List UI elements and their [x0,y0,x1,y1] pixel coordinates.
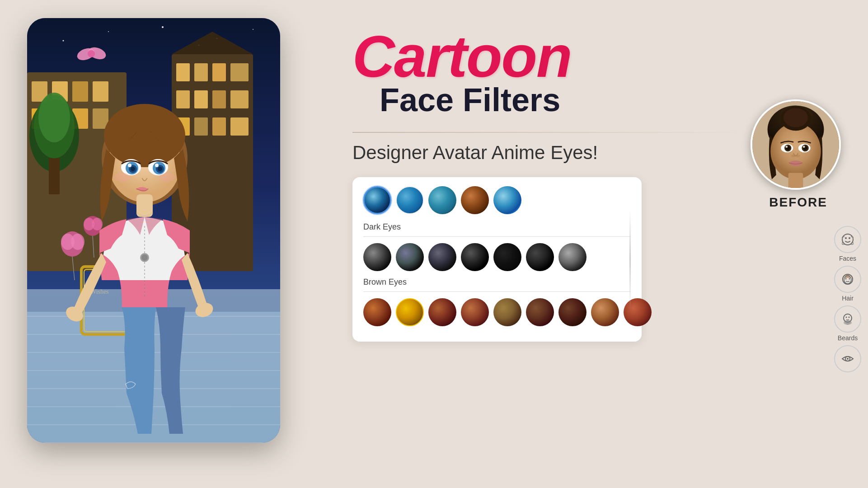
title-cartoon: Cartoon [352,27,850,86]
svg-rect-18 [194,117,208,136]
brown-eyes-label: Brown Eyes [363,277,631,287]
illustration-card: Wishes [27,18,280,443]
scroll-indicator [629,210,631,309]
svg-rect-16 [230,90,249,108]
eye-amber[interactable] [396,298,424,326]
svg-rect-12 [230,63,249,81]
eye-light-brown[interactable] [591,298,619,326]
scene-background: Wishes [27,18,280,443]
brown-eyes-divider [363,291,631,292]
svg-rect-26 [93,81,108,102]
sidebar-beards[interactable]: Beards [834,305,861,342]
svg-point-63 [155,164,159,167]
beards-icon [841,312,854,326]
svg-point-91 [849,237,850,239]
beards-label: Beards [838,334,858,342]
svg-point-102 [845,278,847,280]
svg-point-103 [849,278,850,280]
svg-point-75 [770,123,821,179]
svg-point-41 [92,218,103,230]
faces-label: Faces [839,255,856,262]
eye-dark-2[interactable] [396,243,424,271]
svg-rect-9 [176,63,190,81]
svg-rect-13 [176,90,190,108]
eye-option-blue-special[interactable] [493,186,521,214]
eye-view-icon [841,352,854,366]
hair-icon-circle[interactable] [834,266,861,293]
eye-option-blue-2[interactable] [396,186,424,214]
before-photo [751,99,841,190]
svg-point-3 [162,26,164,28]
svg-point-37 [71,234,84,250]
beards-icon-circle[interactable] [834,305,861,333]
sidebar-eye-view[interactable] [834,345,861,372]
hair-icon [841,272,854,286]
real-face-svg [752,99,839,190]
svg-point-70 [141,254,148,261]
svg-point-84 [785,145,788,148]
svg-point-85 [803,145,805,148]
faces-icon-circle[interactable] [834,226,861,253]
svg-rect-20 [230,117,249,136]
illustration-section: Wishes [27,18,289,461]
svg-point-2 [108,31,109,32]
svg-rect-34 [49,158,60,194]
svg-point-45 [88,50,95,57]
eye-brown-4[interactable] [526,298,554,326]
svg-rect-11 [212,63,226,81]
svg-rect-66 [136,194,153,217]
eye-dark-4[interactable] [461,243,489,271]
svg-rect-88 [788,173,803,190]
brown-eyes-row [363,298,631,326]
eye-dark-7[interactable] [558,243,586,271]
svg-point-109 [847,358,849,360]
svg-point-89 [842,234,853,245]
svg-point-5 [253,29,253,30]
svg-point-64 [114,173,130,182]
top-eye-row [363,186,631,214]
svg-rect-19 [212,117,226,136]
svg-point-60 [131,167,135,171]
svg-point-53 [104,104,185,167]
dark-eyes-divider [363,236,631,237]
sidebar-hair[interactable]: Hair [834,266,861,302]
svg-point-87 [796,155,800,157]
eye-brown-2[interactable] [428,298,456,326]
svg-point-90 [845,237,847,239]
eye-copper[interactable] [624,298,652,326]
eye-option-blue-selected[interactable] [363,186,391,214]
svg-point-1 [63,40,64,42]
eye-dark-5[interactable] [493,243,521,271]
svg-point-65 [159,173,175,182]
eye-brown-1[interactable] [363,298,391,326]
svg-point-77 [784,108,808,127]
svg-point-86 [791,155,796,157]
svg-point-61 [158,167,162,171]
svg-point-106 [846,317,847,318]
hair-label: Hair [842,295,854,302]
dark-eyes-row [363,243,631,271]
eye-dark-3[interactable] [428,243,456,271]
svg-point-107 [849,317,850,318]
sidebar-faces[interactable]: Faces [834,226,861,262]
right-sidebar: Faces Hair Beards [827,226,868,372]
dark-eyes-label: Dark Eyes [363,222,631,232]
svg-rect-25 [72,81,88,102]
svg-rect-10 [194,63,208,81]
eye-brown-3[interactable] [461,298,489,326]
right-section: Cartoon Face Filters Designer Avatar Ani… [325,0,868,488]
eye-hazel[interactable] [493,298,521,326]
eye-option-brown-1[interactable] [461,186,489,214]
eye-brown-5[interactable] [558,298,586,326]
title-divider [352,132,751,133]
eye-dark-1[interactable] [363,243,391,271]
svg-rect-15 [212,90,226,108]
eye-view-icon-circle[interactable] [834,345,861,372]
svg-point-33 [38,93,70,142]
faces-icon [841,233,854,246]
eye-dark-6[interactable] [526,243,554,271]
eye-option-blue-3[interactable] [428,186,456,214]
eye-selection-panel[interactable]: Dark Eyes Brown Eyes [352,177,642,342]
svg-point-62 [128,164,131,167]
svg-rect-14 [194,90,208,108]
